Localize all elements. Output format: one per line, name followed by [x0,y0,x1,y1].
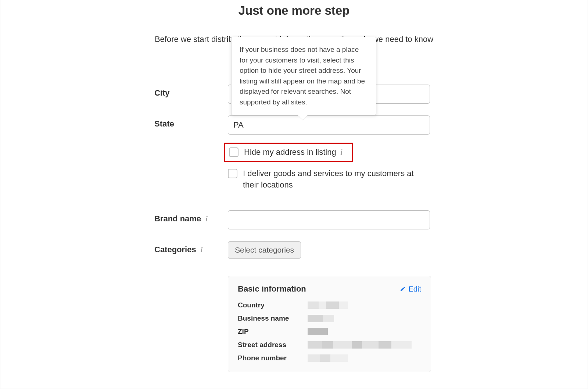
page-title: Just one more step [0,4,588,18]
hide-address-label: Hide my address in listing [244,147,336,157]
info-row-zip: ZIP [238,328,421,336]
basic-info-title: Basic information [238,284,306,294]
redacted-value [308,315,334,322]
pencil-icon [400,286,406,292]
categories-select[interactable]: Select categories [228,241,301,259]
state-row: State [154,115,434,135]
categories-row: Categories i Select categories [154,241,434,259]
deliver-checkbox[interactable] [228,169,237,178]
deliver-label: I deliver goods and services to my custo… [243,168,426,191]
hide-address-row: Hide my address in listing i I deliver g… [154,143,434,196]
edit-link[interactable]: Edit [400,285,421,293]
info-row-street-address: Street address [238,341,421,349]
tooltip-text: If your business does not have a place f… [240,46,365,106]
redacted-value [308,301,348,309]
brand-row: Brand name i [154,210,434,229]
categories-label: Categories [154,245,196,254]
state-input[interactable] [228,115,430,135]
info-icon[interactable]: i [205,215,208,223]
basic-info-card: Basic information Edit Country Business … [228,276,431,372]
info-row-country: Country [238,301,421,309]
info-icon[interactable]: i [200,246,204,254]
hide-address-tooltip: If your business does not have a place f… [231,37,376,115]
edit-label: Edit [409,285,421,293]
state-label: State [154,115,228,129]
brand-input[interactable] [228,210,430,229]
hide-address-checkbox[interactable] [229,147,239,157]
redacted-value [308,341,412,349]
info-row-business-name: Business name [238,314,421,322]
hide-address-highlight: Hide my address in listing i [224,143,353,162]
info-row-phone-number: Phone number [238,354,421,362]
page-container: Just one more step Before we start distr… [0,0,588,389]
city-label: City [154,85,228,98]
info-icon[interactable]: i [338,148,343,156]
deliver-row: I deliver goods and services to my custo… [228,168,426,191]
brand-label: Brand name [154,214,201,224]
form-area: City State Hide my address in listing [154,85,434,389]
redacted-value [308,328,328,335]
redacted-value [308,354,348,362]
